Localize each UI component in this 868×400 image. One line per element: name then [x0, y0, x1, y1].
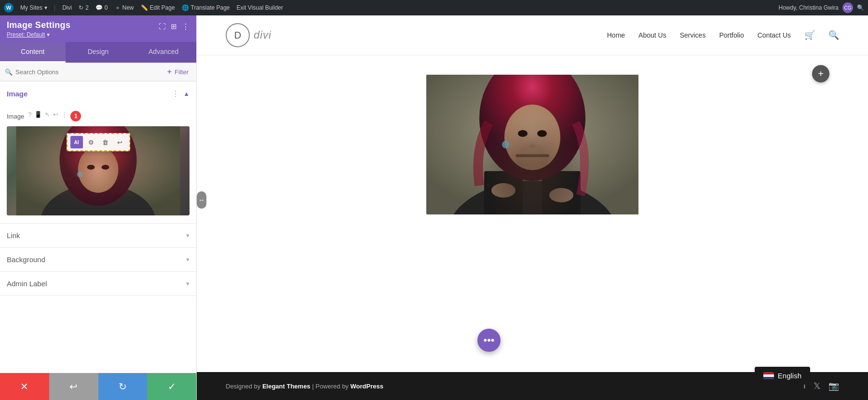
svg-rect-9 — [484, 171, 523, 214]
instagram-icon[interactable]: 📷 — [828, 381, 839, 391]
section-link: Link ▾ — [0, 224, 196, 248]
svg-rect-17 — [515, 154, 549, 157]
image-field-label: Image — [7, 113, 24, 120]
search-icon: 🔍 — [5, 68, 13, 76]
section-image-title: Image — [7, 90, 27, 98]
add-content-button[interactable]: + — [812, 65, 829, 82]
image-reset-icon[interactable]: ↩ — [53, 111, 58, 121]
logo-circle: D — [226, 23, 250, 47]
search-input[interactable] — [15, 68, 163, 76]
sidebar: Image Settings Preset: Default ▾ ⛶ ⊞ ⋮ C… — [0, 15, 197, 400]
site-search-icon[interactable]: 🔍 — [828, 30, 839, 40]
image-settings-button[interactable]: ⚙ — [85, 136, 97, 148]
tab-design[interactable]: Design — [66, 42, 131, 63]
section-link-title: Link — [7, 231, 20, 240]
twitter-icon[interactable]: 𝕏 — [814, 381, 821, 391]
resize-handle[interactable]: ↔ — [197, 191, 206, 209]
nav-services[interactable]: Services — [680, 31, 706, 39]
divi-menu[interactable]: Divi — [62, 4, 72, 11]
site-content: + — [197, 55, 868, 372]
section-admin-label-title: Admin Label — [7, 280, 47, 288]
section-image: Image ⋮ ▲ Image ? 📱 ↖ ↩ — [0, 81, 196, 224]
search-icon[interactable]: 🔍 — [857, 4, 864, 11]
nav-home[interactable]: Home — [607, 31, 625, 39]
filter-button[interactable]: ＋ Filter — [163, 67, 191, 77]
edit-page-link[interactable]: ✏️ Edit Page — [141, 4, 175, 11]
ai-button[interactable]: AI — [70, 136, 83, 148]
cart-icon[interactable]: 🛒 — [804, 30, 815, 40]
nav-contact[interactable]: Contact Us — [758, 31, 791, 39]
save-button[interactable]: ✓ — [147, 373, 196, 400]
admin-bar-right: Howdy, Christina Gwira CG 🔍 — [779, 2, 864, 13]
svg-rect-7 — [426, 75, 638, 214]
tab-bar: Content Design Advanced — [0, 42, 196, 63]
section-background-title: Background — [7, 255, 45, 264]
site-header: D divi Home About Us Services Portfolio … — [197, 15, 868, 55]
content-area: D divi Home About Us Services Portfolio … — [197, 15, 868, 400]
page-photo — [426, 75, 638, 214]
image-field-icons: ? 📱 ↖ ↩ ⋮ 1 — [28, 111, 81, 121]
section-background: Background ▾ — [0, 248, 196, 272]
section-link-header[interactable]: Link ▾ — [0, 224, 196, 247]
user-avatar[interactable]: CG — [842, 2, 853, 13]
svg-point-11 — [479, 75, 585, 181]
redo-button[interactable]: ↻ — [98, 373, 148, 400]
page-image-container — [426, 75, 638, 214]
translate-page-link[interactable]: 🌐 Translate Page — [182, 4, 230, 11]
section-admin-label-arrow[interactable]: ▾ — [186, 280, 190, 287]
section-background-arrow[interactable]: ▾ — [186, 256, 190, 263]
footer-credit: Designed by Elegant Themes | Powered by … — [226, 383, 383, 390]
image-delete-button[interactable]: 🗑 — [99, 136, 112, 148]
nav-portfolio[interactable]: Portfolio — [719, 31, 744, 39]
image-more-icon[interactable]: ⋮ — [61, 111, 68, 121]
sidebar-content: Image ⋮ ▲ Image ? 📱 ↖ ↩ — [0, 81, 196, 373]
more-options-icon[interactable]: ⋮ — [182, 22, 190, 31]
image-help-icon[interactable]: ? — [28, 111, 31, 121]
svg-point-19 — [549, 188, 573, 202]
sidebar-title: Image Settings — [7, 20, 70, 30]
section-background-header[interactable]: Background ▾ — [0, 248, 196, 271]
section-admin-label: Admin Label ▾ — [0, 272, 196, 296]
language-widget[interactable]: English — [755, 367, 810, 385]
section-image-arrow[interactable]: ▲ — [183, 90, 190, 97]
logo-text: divi — [254, 29, 271, 41]
cancel-button[interactable]: ✕ — [0, 373, 49, 400]
section-admin-label-header[interactable]: Admin Label ▾ — [0, 272, 196, 295]
tab-advanced[interactable]: Advanced — [131, 42, 196, 63]
separator-1: | — [54, 4, 55, 11]
comments-link[interactable]: 💬 0 — [95, 4, 108, 11]
fab-button[interactable]: ••• — [477, 329, 501, 352]
svg-point-1 — [41, 184, 156, 215]
image-pointer-icon[interactable]: ↖ — [45, 111, 50, 121]
revision-counter[interactable]: ↻ 2 — [79, 4, 89, 11]
image-overlay-toolbar: AI ⚙ 🗑 ↩ — [67, 133, 130, 151]
section-image-header[interactable]: Image ⋮ ▲ — [0, 81, 196, 106]
section-link-arrow[interactable]: ▾ — [186, 232, 190, 239]
image-undo-button[interactable]: ↩ — [114, 136, 126, 148]
columns-icon[interactable]: ⊞ — [171, 22, 177, 31]
sidebar-footer: ✕ ↩ ↻ ✓ — [0, 373, 196, 400]
svg-point-12 — [504, 105, 560, 170]
new-button[interactable]: ＋ New — [115, 4, 134, 12]
svg-point-4 — [87, 165, 95, 170]
image-mobile-icon[interactable]: 📱 — [34, 111, 42, 121]
svg-point-18 — [491, 183, 515, 198]
svg-point-14 — [537, 130, 547, 137]
svg-point-5 — [102, 165, 109, 170]
svg-point-6 — [77, 172, 83, 177]
search-bar: 🔍 ＋ Filter — [0, 63, 196, 81]
sidebar-preset: Preset: Default ▾ — [7, 31, 70, 38]
svg-point-15 — [529, 144, 535, 148]
site-page: + — [197, 55, 868, 372]
fullscreen-icon[interactable]: ⛶ — [159, 22, 166, 31]
svg-point-16 — [502, 141, 510, 148]
exit-builder-link[interactable]: Exit Visual Builder — [237, 4, 284, 11]
undo-button[interactable]: ↩ — [49, 373, 98, 400]
section-image-more[interactable]: ⋮ — [172, 89, 179, 98]
page-photo-svg — [426, 75, 638, 214]
image-field-row: Image ? 📱 ↖ ↩ ⋮ 1 — [7, 111, 190, 121]
wordpress-icon[interactable]: W — [4, 3, 14, 13]
my-sites-menu[interactable]: My Sites ▾ — [20, 4, 47, 11]
tab-content[interactable]: Content — [0, 42, 66, 63]
nav-about[interactable]: About Us — [638, 31, 666, 39]
